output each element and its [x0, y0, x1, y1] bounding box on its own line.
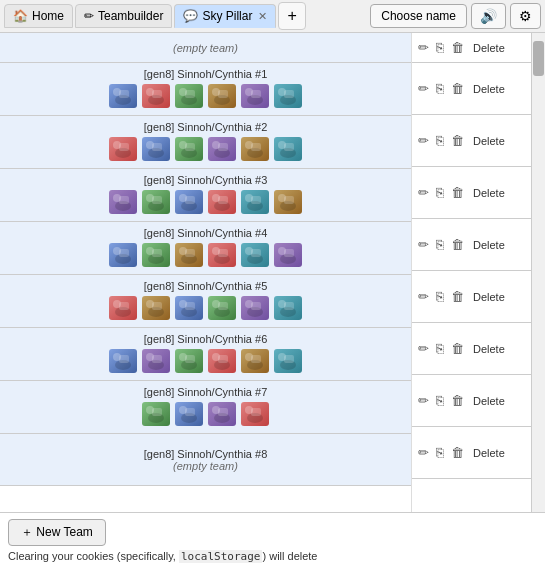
delete-team-button[interactable]: Delete: [469, 445, 509, 461]
copy-team-button[interactable]: ⎘: [434, 391, 446, 410]
tab-close-icon[interactable]: ✕: [258, 10, 267, 23]
trash-icon: 🗑: [449, 183, 466, 202]
pokemon-sprite: [173, 241, 205, 269]
svg-rect-143: [284, 355, 294, 363]
pokemon-sprite: [173, 188, 205, 216]
edit-team-button[interactable]: ✏: [416, 339, 431, 358]
delete-team-button[interactable]: Delete: [469, 341, 509, 357]
team-row[interactable]: [gen8] Sinnoh/Cynthia #6: [0, 328, 411, 381]
sound-button[interactable]: 🔊: [471, 3, 506, 29]
trash-icon: 🗑: [449, 443, 466, 462]
edit-team-button[interactable]: ✏: [416, 183, 431, 202]
choose-name-button[interactable]: Choose name: [370, 4, 467, 28]
pokemon-row: [10, 188, 401, 216]
pokemon-sprite: [140, 400, 172, 428]
trash-icon: 🗑: [449, 391, 466, 410]
trash-icon: 🗑: [449, 339, 466, 358]
team-name-label: [gen8] Sinnoh/Cynthia #7: [10, 386, 401, 398]
team-row[interactable]: [gen8] Sinnoh/Cynthia #2: [0, 116, 411, 169]
pokemon-sprite: [272, 188, 304, 216]
tab-home[interactable]: 🏠 Home: [4, 4, 73, 28]
tab-sky-pillar-label: Sky Pillar: [202, 9, 252, 23]
bottom-notice: Clearing your cookies (specifically, loc…: [8, 550, 537, 563]
svg-rect-119: [284, 302, 294, 310]
svg-rect-115: [251, 302, 261, 310]
edit-team-button[interactable]: ✏: [416, 443, 431, 462]
copy-team-button[interactable]: ⎘: [434, 79, 446, 98]
pokemon-sprite: [173, 82, 205, 110]
copy-team-button[interactable]: ⎘: [434, 443, 446, 462]
svg-rect-107: [185, 302, 195, 310]
team-row[interactable]: [gen8] Sinnoh/Cynthia #1: [0, 63, 411, 116]
settings-icon: ⚙: [519, 8, 532, 24]
pokemon-sprite: [107, 188, 139, 216]
edit-team-button[interactable]: ✏: [416, 79, 431, 98]
trash-icon: 🗑: [449, 131, 466, 150]
edit-team-button[interactable]: ✏: [416, 391, 431, 410]
pokemon-sprite: [206, 188, 238, 216]
copy-team-button[interactable]: ⎘: [434, 183, 446, 202]
notice-end: ) will delete: [262, 550, 317, 562]
settings-button[interactable]: ⚙: [510, 3, 541, 29]
team-row[interactable]: [gen8] Sinnoh/Cynthia #8(empty team): [0, 434, 411, 486]
team-row[interactable]: [gen8] Sinnoh/Cynthia #3: [0, 169, 411, 222]
team-row[interactable]: [gen8] Sinnoh/Cynthia #5: [0, 275, 411, 328]
svg-rect-127: [152, 355, 162, 363]
team-name-label: [gen8] Sinnoh/Cynthia #5: [10, 280, 401, 292]
svg-rect-151: [185, 408, 195, 416]
new-team-button[interactable]: ＋ New Team: [8, 519, 106, 546]
edit-team-button[interactable]: ✏: [416, 235, 431, 254]
scrollbar-track[interactable]: [531, 33, 545, 514]
svg-rect-139: [251, 355, 261, 363]
svg-rect-43: [251, 143, 261, 151]
copy-team-button[interactable]: ⎘: [434, 339, 446, 358]
edit-team-button[interactable]: ✏: [416, 131, 431, 150]
pokemon-sprite: [206, 241, 238, 269]
tab-teambuilder[interactable]: ✏ Teambuilder: [75, 4, 172, 28]
delete-team-button[interactable]: Delete: [469, 237, 509, 253]
svg-rect-47: [284, 143, 294, 151]
edit-team-button[interactable]: ✏: [416, 287, 431, 306]
team-row[interactable]: [gen8] Sinnoh/Cynthia #7: [0, 381, 411, 434]
bottom-bar: ＋ New Team Clearing your cookies (specif…: [0, 512, 545, 569]
pokemon-row: [10, 82, 401, 110]
notice-code: localStorage: [179, 550, 262, 563]
svg-rect-15: [218, 90, 228, 98]
delete-team-button[interactable]: Delete: [469, 289, 509, 305]
pokemon-sprite: [239, 294, 271, 322]
copy-team-button[interactable]: ⎘: [434, 131, 446, 150]
scrollbar-thumb[interactable]: [533, 41, 544, 76]
svg-rect-79: [152, 249, 162, 257]
delete-team-button[interactable]: Delete: [469, 81, 509, 97]
delete-team-button[interactable]: Delete: [469, 185, 509, 201]
delete-team-button[interactable]: Delete: [469, 393, 509, 409]
action-row: ✏⎘🗑Delete: [412, 115, 531, 167]
svg-rect-147: [152, 408, 162, 416]
team-name-label: [gen8] Sinnoh/Cynthia #4: [10, 227, 401, 239]
notice-text: Clearing your cookies (specifically,: [8, 550, 179, 562]
teams-list[interactable]: (empty team)[gen8] Sinnoh/Cynthia #1: [0, 33, 411, 514]
pokemon-sprite: [272, 82, 304, 110]
team-name-label: [gen8] Sinnoh/Cynthia #3: [10, 174, 401, 186]
copy-team-button[interactable]: ⎘: [434, 235, 446, 254]
copy-team-button[interactable]: ⎘: [434, 287, 446, 306]
svg-rect-67: [251, 196, 261, 204]
trash-icon: 🗑: [449, 79, 466, 98]
tab-sky-pillar[interactable]: 💬 Sky Pillar ✕: [174, 4, 276, 28]
pokemon-sprite: [140, 135, 172, 163]
tab-teambuilder-label: Teambuilder: [98, 9, 163, 23]
actions-list: ✏⎘🗑Delete✏⎘🗑Delete✏⎘🗑Delete✏⎘🗑Delete✏⎘🗑D…: [411, 33, 531, 514]
delete-team-button[interactable]: Delete: [469, 133, 509, 149]
teambuilder-icon: ✏: [84, 9, 94, 23]
svg-rect-159: [251, 408, 261, 416]
action-row: ✏⎘🗑Delete: [412, 323, 531, 375]
pokemon-sprite: [239, 400, 271, 428]
edit-team-button[interactable]: ✏: [416, 38, 431, 57]
add-tab-button[interactable]: +: [278, 2, 305, 30]
team-row[interactable]: (empty team): [0, 33, 411, 63]
delete-team-button[interactable]: Delete: [469, 40, 509, 56]
team-row[interactable]: [gen8] Sinnoh/Cynthia #4: [0, 222, 411, 275]
pokemon-sprite: [272, 135, 304, 163]
team-name-label: [gen8] Sinnoh/Cynthia #1: [10, 68, 401, 80]
copy-team-button[interactable]: ⎘: [434, 38, 446, 57]
